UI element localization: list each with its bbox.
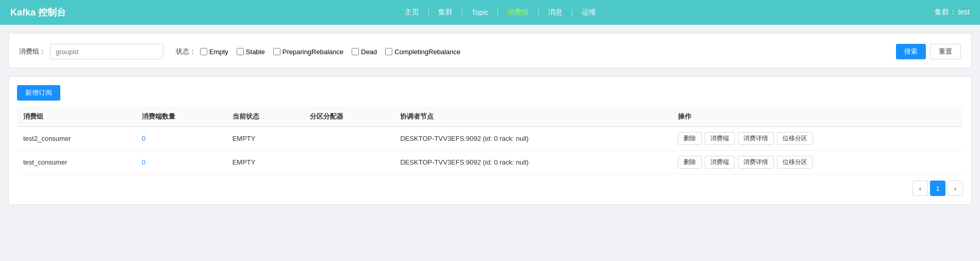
checkbox-dead-input[interactable] bbox=[352, 48, 359, 55]
col-consumers: 消费端数量 bbox=[136, 107, 226, 127]
app-title: Kafka 控制台 bbox=[10, 6, 93, 19]
status-label: 状态： bbox=[176, 47, 196, 56]
nav-sep-1: ｜ bbox=[425, 8, 432, 17]
nav-sep-4: ｜ bbox=[535, 8, 542, 17]
main-nav: 主页 ｜ 集群 ｜ Topic ｜ 消费组 ｜ 消息 ｜ 运维 bbox=[93, 8, 908, 17]
col-coordinator: 协调者节点 bbox=[394, 107, 672, 127]
cell-consumers-2: 0 bbox=[136, 151, 226, 174]
nav-sep-2: ｜ bbox=[459, 8, 466, 17]
checkbox-completing-input[interactable] bbox=[385, 48, 392, 55]
consumer-group-label: 消费组： bbox=[19, 47, 46, 56]
status-filter: 状态： Empty Stable PreparingRebalance bbox=[176, 47, 460, 56]
table-header-row: 消费组 消费端数量 当前状态 分区分配器 协调者节点 操作 bbox=[17, 107, 963, 127]
filter-row: 消费组： 状态： Empty Stable bbox=[19, 44, 961, 59]
prev-page-btn[interactable]: ‹ bbox=[912, 181, 928, 196]
nav-ops[interactable]: 运维 bbox=[575, 8, 602, 17]
checkbox-stable-input[interactable] bbox=[237, 48, 244, 55]
header: Kafka 控制台 主页 ｜ 集群 ｜ Topic ｜ 消费组 ｜ 消息 ｜ 运… bbox=[0, 0, 980, 25]
add-subscription-button[interactable]: 新增订阅 bbox=[17, 85, 60, 101]
cell-assignor-1 bbox=[304, 127, 394, 151]
consumer-btn-2[interactable]: 消费端 bbox=[705, 156, 735, 169]
filter-actions: 搜索 重置 bbox=[896, 44, 961, 59]
reset-button[interactable]: 重置 bbox=[930, 44, 961, 59]
current-page-btn[interactable]: 1 bbox=[930, 181, 945, 196]
checkbox-completing-label: CompletingRebalance bbox=[394, 48, 460, 56]
nav-home[interactable]: 主页 bbox=[398, 8, 425, 17]
cell-status-1: EMPTY bbox=[226, 127, 304, 151]
row-action-btns-1: 删除 消费端 消费详情 位移分区 bbox=[678, 132, 957, 145]
main-content: 消费组： 状态： Empty Stable bbox=[0, 25, 980, 213]
col-group: 消费组 bbox=[17, 107, 136, 127]
cluster-label: 集群： bbox=[935, 8, 956, 16]
cell-group-1: test2_consumer bbox=[17, 127, 136, 151]
checkbox-dead[interactable]: Dead bbox=[352, 48, 377, 56]
cell-group-2: test_consumer bbox=[17, 151, 136, 174]
cell-consumers-1: 0 bbox=[136, 127, 226, 151]
search-button[interactable]: 搜索 bbox=[896, 44, 926, 59]
consumer-btn-1[interactable]: 消费端 bbox=[705, 132, 735, 145]
cell-coordinator-1: DESKTOP-TVV3EFS:9092 (id: 0 rack: null) bbox=[394, 127, 672, 151]
consumer-count-link-1[interactable]: 0 bbox=[142, 135, 145, 142]
cluster-value: test bbox=[958, 8, 970, 16]
table-row: test2_consumer 0 EMPTY DESKTOP-TVV3EFS:9… bbox=[17, 127, 963, 151]
pagination: ‹ 1 › bbox=[17, 174, 963, 196]
checkbox-empty[interactable]: Empty bbox=[200, 48, 228, 56]
nav-message[interactable]: 消息 bbox=[542, 8, 569, 17]
nav-cluster[interactable]: 集群 bbox=[432, 8, 459, 17]
next-page-btn[interactable]: › bbox=[948, 181, 963, 196]
table-panel: 新增订阅 消费组 消费端数量 当前状态 分区分配器 协调者节点 操作 test2… bbox=[8, 76, 972, 205]
offset-partition-btn-1[interactable]: 位移分区 bbox=[777, 132, 813, 145]
cell-actions-1: 删除 消费端 消费详情 位移分区 bbox=[672, 127, 963, 151]
checkbox-group: Empty Stable PreparingRebalance Dead bbox=[200, 48, 460, 56]
nav-consumer-group[interactable]: 消费组 bbox=[501, 8, 535, 17]
consumer-group-input[interactable] bbox=[50, 44, 163, 59]
delete-btn-2[interactable]: 删除 bbox=[678, 156, 702, 169]
filter-panel: 消费组： 状态： Empty Stable bbox=[8, 33, 972, 68]
nav-topic[interactable]: Topic bbox=[466, 8, 495, 17]
checkbox-stable-label: Stable bbox=[246, 48, 265, 56]
cell-status-2: EMPTY bbox=[226, 151, 304, 174]
consumer-detail-btn-1[interactable]: 消费详情 bbox=[738, 132, 774, 145]
nav-sep-3: ｜ bbox=[494, 8, 501, 17]
checkbox-completing[interactable]: CompletingRebalance bbox=[385, 48, 460, 56]
consumer-group-table: 消费组 消费端数量 当前状态 分区分配器 协调者节点 操作 test2_cons… bbox=[17, 107, 963, 174]
row-action-btns-2: 删除 消费端 消费详情 位移分区 bbox=[678, 156, 957, 169]
col-assignor: 分区分配器 bbox=[304, 107, 394, 127]
cell-actions-2: 删除 消费端 消费详情 位移分区 bbox=[672, 151, 963, 174]
cluster-info: 集群： test bbox=[908, 8, 970, 17]
checkbox-empty-input[interactable] bbox=[200, 48, 207, 55]
consumer-group-filter: 消费组： bbox=[19, 44, 163, 59]
consumer-detail-btn-2[interactable]: 消费详情 bbox=[738, 156, 774, 169]
consumer-count-link-2[interactable]: 0 bbox=[142, 158, 145, 166]
col-status: 当前状态 bbox=[226, 107, 304, 127]
checkbox-preparing[interactable]: PreparingRebalance bbox=[273, 48, 344, 56]
cell-coordinator-2: DESKTOP-TVV3EFS:9092 (id: 0 rack: null) bbox=[394, 151, 672, 174]
checkbox-empty-label: Empty bbox=[209, 48, 228, 56]
checkbox-stable[interactable]: Stable bbox=[237, 48, 265, 56]
col-actions: 操作 bbox=[672, 107, 963, 127]
checkbox-preparing-input[interactable] bbox=[273, 48, 280, 55]
checkbox-dead-label: Dead bbox=[361, 48, 377, 56]
table-row: test_consumer 0 EMPTY DESKTOP-TVV3EFS:90… bbox=[17, 151, 963, 174]
nav-sep-5: ｜ bbox=[569, 8, 575, 17]
offset-partition-btn-2[interactable]: 位移分区 bbox=[777, 156, 813, 169]
delete-btn-1[interactable]: 删除 bbox=[678, 132, 702, 145]
cell-assignor-2 bbox=[304, 151, 394, 174]
checkbox-preparing-label: PreparingRebalance bbox=[283, 48, 344, 56]
